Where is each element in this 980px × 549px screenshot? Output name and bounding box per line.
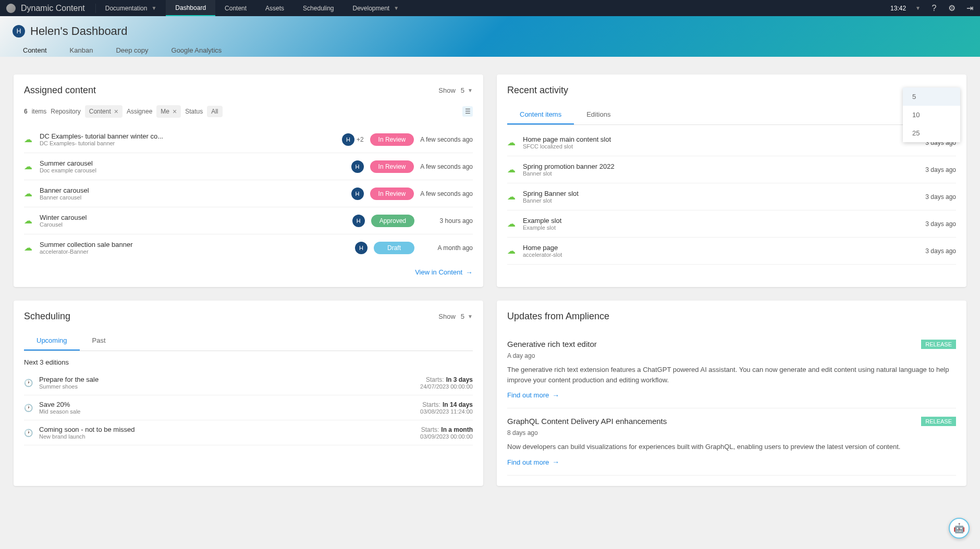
find-out-more-link[interactable]: Find out more → (507, 391, 559, 400)
content-sub: accelerator-Banner (40, 248, 349, 255)
content-name: Summer carousel (40, 159, 345, 167)
recent-title: Recent activity (507, 85, 568, 96)
schedule-row[interactable]: 🕐 Save 20% Mid season sale Starts:In 14 … (24, 395, 473, 420)
schedule-row[interactable]: 🕐 Prepare for the sale Summer shoes Star… (24, 370, 473, 395)
logout-icon[interactable]: ⇥ (965, 4, 974, 13)
time-dropdown-icon[interactable]: ▼ (915, 5, 921, 11)
assignee-chip[interactable]: Me× (156, 105, 181, 118)
activity-name: Example slot (523, 217, 898, 224)
schedule-time: Starts:In 3 days 24/07/2023 00:00:00 (420, 376, 473, 390)
content-sub: DC Examples- tutorial banner (40, 140, 336, 146)
content-info: Winter carousel Carousel (40, 214, 346, 228)
content-sub: Banner carousel (40, 194, 345, 201)
activity-row[interactable]: ☁ Home page accelerator-slot 3 days ago (507, 238, 956, 265)
time-text: A few seconds ago (420, 163, 473, 170)
time-text: 3 days ago (904, 193, 956, 201)
view-in-content-link[interactable]: View in Content→ (415, 268, 473, 277)
content-row[interactable]: ☁ Summer collection sale banner accelera… (24, 234, 473, 261)
nav-dashboard[interactable]: Dashboard (166, 0, 215, 16)
tab-content[interactable]: Content (13, 42, 57, 57)
nav-scheduling[interactable]: Scheduling (293, 0, 343, 16)
activity-sub: Banner slot (523, 197, 898, 204)
activity-info: Home page accelerator-slot (523, 244, 898, 258)
content-sub: Doc example carousel (40, 167, 345, 173)
scheduling-tabs: Upcoming Past (24, 331, 473, 351)
time-text: 3 days ago (904, 220, 956, 228)
activity-row[interactable]: ☁ Spring Banner slot Banner slot 3 days … (507, 183, 956, 210)
update-text: Now developers can build visualizations … (507, 442, 956, 452)
schedule-sub: Summer shoes (39, 383, 414, 390)
schedule-name: Coming soon - not to be missed (39, 426, 414, 433)
clock-icon: 🕐 (24, 429, 33, 437)
activity-row[interactable]: ☁ Example slot Example slot 3 days ago (507, 210, 956, 238)
content-row[interactable]: ☁ DC Examples- tutorial banner winter co… (24, 126, 473, 153)
page-title: Helen's Dashboard (30, 24, 127, 38)
tab-upcoming[interactable]: Upcoming (24, 331, 80, 351)
show-dropdown[interactable]: 5 ▼ (461, 313, 473, 320)
activity-info: Spring Banner slot Banner slot (523, 190, 898, 204)
activity-sub: SFCC localized slot (523, 143, 898, 149)
tab-editions[interactable]: Editions (574, 105, 623, 124)
cloud-icon: ☁ (24, 189, 33, 198)
logo-section: Dynamic Content (6, 4, 96, 13)
cloud-icon: ☁ (507, 246, 517, 256)
tab-google-analytics[interactable]: Google Analytics (161, 42, 232, 57)
nav-development[interactable]: Development▼ (344, 0, 409, 16)
content-sub: Carousel (40, 221, 346, 228)
scheduling-title: Scheduling (24, 311, 70, 322)
show-dropdown[interactable]: 5 ▼ (461, 86, 473, 94)
avatar: H (352, 215, 365, 227)
tab-deep-copy[interactable]: Deep copy (105, 42, 158, 57)
assigned-title: Assigned content (24, 85, 96, 96)
clock-icon: 🕐 (24, 379, 33, 387)
dropdown-item-25[interactable]: 25 (903, 124, 960, 142)
avatar: H (342, 133, 354, 146)
activity-row[interactable]: ☁ Spring promotion banner 2022 Banner sl… (507, 156, 956, 183)
updates-card: Updates from Amplience Generative rich t… (497, 301, 966, 486)
content-row[interactable]: ☁ Summer carousel Doc example carousel H… (24, 153, 473, 180)
app-name: Dynamic Content (21, 4, 85, 13)
logo-icon[interactable] (6, 4, 16, 13)
main-grid: Assigned content Show 5 ▼ 6 items Reposi… (0, 57, 980, 504)
status-badge: Approved (371, 215, 414, 227)
content-name: Winter carousel (40, 214, 346, 221)
tab-kanban[interactable]: Kanban (59, 42, 104, 57)
close-icon[interactable]: × (173, 107, 177, 116)
status-badge: In Review (370, 133, 414, 146)
top-nav: Dynamic Content Documentation▼ Dashboard… (0, 0, 980, 16)
time-text: 3 days ago (904, 166, 956, 173)
show-control: Show 5 ▼ (438, 86, 473, 94)
chevron-down-icon: ▼ (468, 314, 473, 319)
nav-content[interactable]: Content (215, 0, 256, 16)
release-badge: RELEASE (921, 340, 956, 349)
schedule-row[interactable]: 🕐 Coming soon - not to be missed New bra… (24, 420, 473, 445)
nav-documentation[interactable]: Documentation▼ (96, 0, 166, 16)
schedule-time: Starts:In a month 03/09/2023 00:00:00 (420, 426, 473, 440)
dropdown-item-10[interactable]: 10 (903, 106, 960, 124)
status-chip[interactable]: All (207, 106, 222, 117)
tab-past[interactable]: Past (80, 331, 118, 351)
cloud-icon: ☁ (24, 134, 33, 144)
dropdown-item-5[interactable]: 5 (903, 88, 960, 106)
content-row[interactable]: ☁ Banner carousel Banner carousel H In R… (24, 180, 473, 207)
status-badge: In Review (370, 160, 414, 173)
nav-assets[interactable]: Assets (256, 0, 293, 16)
gear-icon[interactable]: ⚙ (948, 4, 956, 13)
dropdown-menu: 5 10 25 (903, 88, 960, 142)
nav-right: 13:42 ▼ ? ⚙ ⇥ (890, 4, 974, 13)
repo-chip[interactable]: Content× (85, 105, 123, 118)
cloud-icon: ☁ (507, 138, 517, 147)
show-control: Show 5 10 25 (934, 86, 956, 94)
find-out-more-link[interactable]: Find out more → (507, 458, 559, 466)
activity-row[interactable]: ☁ Home page main content slot SFCC local… (507, 129, 956, 156)
status-badge: In Review (370, 188, 414, 200)
tab-content-items[interactable]: Content items (507, 105, 574, 124)
content-row[interactable]: ☁ Winter carousel Carousel H Approved 3 … (24, 207, 473, 234)
close-icon[interactable]: × (114, 107, 118, 116)
help-icon[interactable]: ? (930, 4, 938, 13)
content-name: Summer collection sale banner (40, 241, 349, 248)
filter-icon[interactable]: ☰ (462, 106, 473, 117)
chevron-down-icon: ▼ (468, 88, 473, 93)
time-text: 3 days ago (904, 247, 956, 255)
update-title: Generative rich text editor (507, 340, 597, 348)
